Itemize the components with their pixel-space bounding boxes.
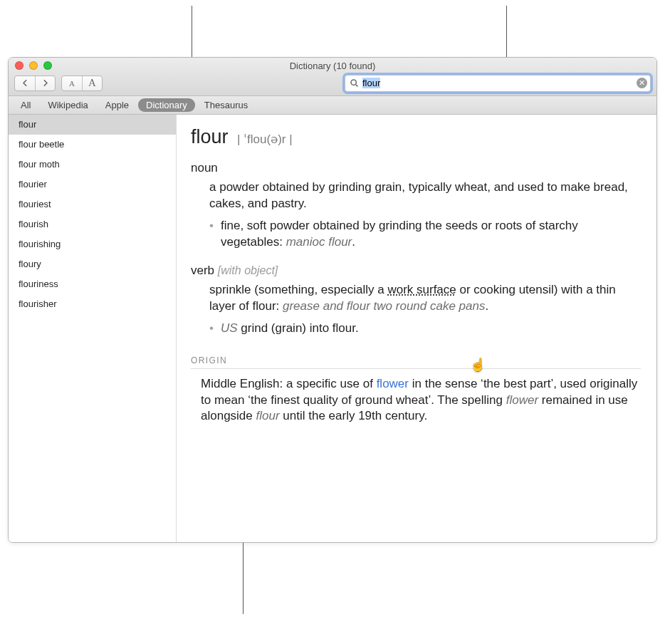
example-text: grease and flour two round cake pans [283,299,485,313]
font-increase-button[interactable]: A [82,76,102,90]
definition-text: . [485,299,488,313]
list-item[interactable]: flouriness [9,274,176,294]
origin-segment: Middle English: a specific use of [201,377,377,390]
list-item[interactable]: flourier [9,175,176,194]
results-sidebar: flour flour beetle flour moth flourier f… [9,115,177,542]
grammar-label: [with object] [218,264,278,276]
pos-label: noun [191,161,218,175]
region-label: US [221,321,238,335]
font-decrease-button[interactable]: A [62,76,82,90]
origin-italic: flour [256,409,280,422]
toolbar: A A ✕ [9,73,656,95]
headword: flour [191,126,229,147]
part-of-speech: noun [191,161,641,175]
definition: a powder obtained by grinding grain, typ… [209,180,641,212]
window-title: Dictionary (10 found) [9,61,656,71]
minimize-button[interactable] [29,61,38,70]
source-tabs: All Wikipedia Apple Dictionary Thesaurus [9,96,656,115]
pos-label: verb [191,264,214,277]
list-item[interactable]: flour [9,115,176,135]
list-item[interactable]: floury [9,254,176,274]
zoom-button[interactable] [43,61,52,70]
chevron-left-icon [21,78,30,88]
clear-search-button[interactable]: ✕ [637,78,647,88]
list-item[interactable]: flour moth [9,155,176,175]
sub-definition: US grind (grain) into flour. [209,321,641,337]
forward-button[interactable] [35,76,55,90]
list-item[interactable]: flouriest [9,194,176,214]
search-field[interactable]: ✕ [345,75,651,92]
origin-segment: until the early 19th century. [280,409,428,422]
definition-content: flour | ˈflou(ə)r | noun a powder obtain… [177,115,656,542]
sub-definition: fine, soft powder obtained by grinding t… [209,218,641,251]
list-item[interactable]: flourishing [9,234,176,254]
tab-all[interactable]: All [13,98,38,112]
tab-dictionary[interactable]: Dictionary [138,98,195,112]
nav-buttons [14,76,56,91]
example-text: manioc flour [286,235,352,249]
search-icon [348,78,360,89]
definition: sprinkle (something, especially a work s… [209,282,641,315]
origin-heading: ORIGIN [191,355,641,369]
definition-text: fine, soft powder obtained by grinding t… [221,219,578,249]
search-input[interactable] [360,78,637,88]
part-of-speech: verb [with object] [191,264,641,278]
tab-thesaurus[interactable]: Thesaurus [197,98,256,112]
chevron-right-icon [41,78,50,88]
etymology-link[interactable]: flower [377,377,409,390]
definition-text: grind (grain) into flour. [238,321,359,335]
svg-point-0 [351,80,356,85]
list-item[interactable]: flourisher [9,294,176,314]
window-controls [9,61,52,70]
origin-text: Middle English: a specific use of flower… [201,376,641,425]
tab-wikipedia[interactable]: Wikipedia [40,98,95,112]
list-item[interactable]: flourish [9,214,176,234]
tab-apple[interactable]: Apple [98,98,137,112]
origin-italic: flower [506,393,538,407]
dictionary-window: Dictionary (10 found) A A [8,57,657,543]
pronunciation: | ˈflou(ə)r | [237,133,293,146]
font-size-buttons: A A [61,76,103,91]
definition-text: . [352,235,355,249]
titlebar: Dictionary (10 found) A A [9,58,656,96]
back-button[interactable] [15,76,35,90]
cross-reference-link[interactable]: work surface [387,283,456,296]
list-item[interactable]: flour beetle [9,135,176,155]
definition-text: sprinkle (something, especially a [209,283,387,296]
close-button[interactable] [15,61,23,70]
